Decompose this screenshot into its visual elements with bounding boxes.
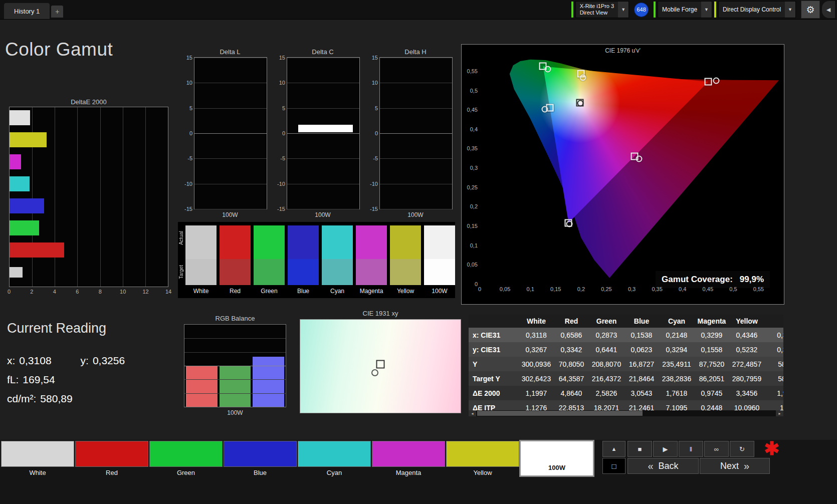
bar-100w [10, 267, 23, 278]
gridline [194, 58, 267, 58]
pause-button[interactable]: ‖ [679, 441, 703, 457]
page-title: Color Gamut [5, 39, 113, 60]
pause-icon: ‖ [690, 445, 692, 453]
expand-up-button[interactable]: ▲ [602, 441, 625, 457]
table-body: x: CIE310,31180,65860,28730,15380,21480,… [469, 328, 783, 415]
table-row: x: CIE310,31180,65860,28730,15380,21480,… [469, 328, 783, 342]
play-button[interactable]: ▶ [653, 441, 678, 457]
delta-l-plot: 151050-5-10-15 [194, 57, 267, 209]
target-swatch [356, 259, 387, 285]
swatch-label: Green [254, 288, 285, 295]
table-cell: 0,3299 [694, 331, 729, 339]
swatch-label: White [185, 288, 217, 295]
axis-tick-label: -5 [366, 155, 378, 161]
gridline [380, 58, 452, 58]
bar-row-magenta [10, 154, 168, 169]
collapse-panel-button[interactable]: ◀ [822, 1, 835, 18]
next-button[interactable]: Next » [700, 458, 770, 474]
section-heading: Current Reading [7, 321, 125, 336]
axis-tick-label: 0,2 [464, 203, 478, 209]
axis-tick-label: 5 [366, 105, 378, 111]
gridline [287, 83, 359, 83]
target-swatch [390, 259, 421, 285]
meter-device: X-Rite i1Pro 3 [580, 3, 614, 10]
scrollbar-thumb[interactable] [477, 411, 643, 416]
swatch-label: Magenta [356, 288, 387, 295]
axis-tick-label: 0,2 [577, 286, 585, 292]
refresh-button[interactable]: ↻ [730, 441, 754, 457]
swatch-column-blue: Blue [288, 225, 319, 295]
up-icon: ▲ [611, 446, 617, 452]
refresh-icon: ↻ [739, 445, 745, 453]
back-button[interactable]: « Back [627, 458, 699, 474]
table-cell: 0,0623 [624, 346, 659, 354]
column-header: White [519, 317, 554, 325]
cd-value: 580,89 [40, 389, 72, 408]
target-swatch [322, 259, 353, 285]
bar-row-cyan [10, 176, 168, 191]
swatch-button-cyan[interactable]: Cyan [298, 441, 371, 476]
axis-tick-label: 6 [76, 289, 79, 295]
axis-tick-label: 0,1 [527, 286, 534, 292]
table-cell: 0,9745 [694, 389, 729, 397]
axis-tick-label: 15 [180, 55, 192, 61]
double-chevron-left-icon: « [648, 460, 653, 472]
session-asterisk-icon: ✱ [764, 438, 779, 459]
swatch-color [1, 441, 74, 467]
swatch-label: 100W [424, 288, 455, 295]
stop-button[interactable]: ■ [627, 441, 652, 457]
swatch-column-red: Red [220, 225, 251, 295]
actual-swatch [254, 225, 285, 259]
green-bar [220, 366, 251, 407]
column-header: Green [589, 317, 624, 325]
swatch-button-label: White [1, 469, 74, 476]
chart-title: Delta L [193, 48, 267, 57]
gridline [184, 352, 286, 353]
add-tab-button[interactable]: + [51, 6, 63, 18]
bottom-bar: WhiteRedGreenBlueCyanMagentaYellow100W ▲… [0, 440, 837, 504]
swatch-button-magenta[interactable]: Magenta [372, 441, 445, 476]
axis-tick-label: 0,45 [703, 286, 713, 292]
pattern-window-button[interactable]: □ [602, 458, 625, 474]
bar-white [10, 110, 30, 125]
swatch-button-label: Cyan [298, 469, 371, 476]
workflow-dropdown[interactable]: Direct Display Control ▼ [718, 1, 796, 18]
swatch-button-white[interactable]: White [1, 441, 74, 476]
swatch-button-red[interactable]: Red [75, 441, 148, 476]
settings-button[interactable]: ⚙ [801, 1, 820, 19]
cie1976-panel: CIE 1976 u'v' Gamut Coverage: 99,9% 00,0… [461, 44, 784, 305]
swatch-button-100w[interactable]: 100W [520, 441, 593, 483]
bar-row-white [10, 110, 168, 125]
table-cell: 3,0543 [624, 389, 659, 397]
stop-icon: ■ [638, 445, 642, 453]
chart-title: DeltaE 2000 [9, 98, 168, 107]
meter-dropdown[interactable]: X-Rite i1Pro 3 Direct View ▼ [575, 1, 629, 18]
axis-tick-label: 5 [273, 105, 285, 111]
axis-tick-label: 4 [53, 289, 56, 295]
fl-label: fL: [7, 370, 19, 389]
swatch-button-yellow[interactable]: Yellow [446, 441, 519, 476]
scrollbar-track[interactable] [476, 410, 776, 416]
swatch-button-blue[interactable]: Blue [224, 441, 297, 476]
cie1931-panel [300, 319, 461, 413]
source-dropdown[interactable]: Mobile Forge ▼ [658, 1, 712, 18]
axis-tick-label: 15 [273, 55, 285, 61]
scroll-right-icon[interactable]: ▸ [776, 410, 783, 416]
axis-tick-label: -5 [273, 155, 285, 161]
axis-tick-label: -15 [366, 206, 378, 212]
left-arrow-icon: ◀ [826, 7, 830, 13]
axis-tick-label: 0,25 [601, 286, 611, 292]
scroll-left-icon[interactable]: ◂ [469, 410, 476, 416]
double-chevron-right-icon: » [744, 460, 749, 472]
gridline [184, 338, 286, 339]
gridline [380, 158, 452, 159]
current-reading: Current Reading x: 0,3108 y: 0,3256 fL: … [7, 321, 125, 408]
table-scrollbar[interactable]: ◂ ▸ [469, 410, 783, 416]
swatch-button-green[interactable]: Green [149, 441, 223, 476]
history-tab[interactable]: History 1 [4, 3, 50, 19]
swatch-button-label: Yellow [446, 469, 519, 476]
continuous-read-button[interactable]: ∞ [704, 441, 729, 457]
cie-plot [480, 56, 779, 284]
swatch-button-label: Red [75, 469, 148, 476]
axis-tick-label: 8 [99, 289, 102, 295]
